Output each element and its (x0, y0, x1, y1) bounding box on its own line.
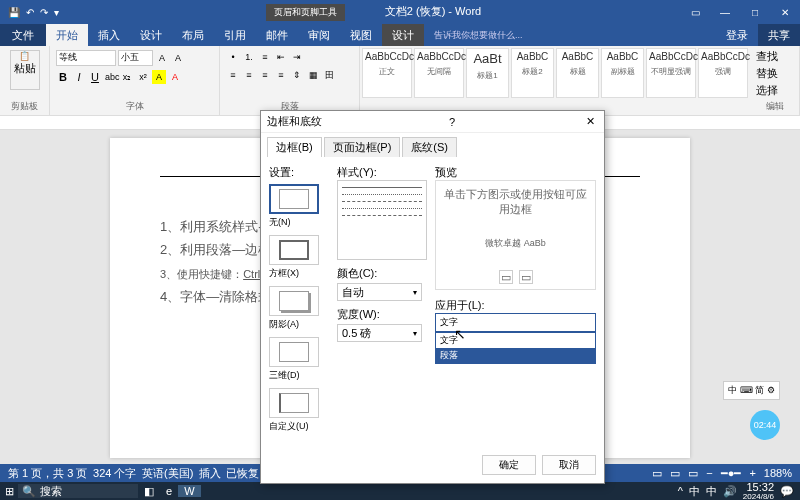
zoom-level[interactable]: 188% (764, 467, 792, 479)
justify-icon[interactable]: ≡ (274, 68, 288, 82)
close-icon[interactable]: ✕ (770, 7, 800, 18)
share-button[interactable]: 共享 (758, 24, 800, 46)
style-emphasis[interactable]: AaBbCcDc强调 (698, 48, 748, 98)
tab-border[interactable]: 边框(B) (267, 137, 322, 157)
tab-design-context[interactable]: 设计 (382, 24, 424, 46)
save-icon[interactable]: 💾 (8, 7, 20, 18)
tab-page-border[interactable]: 页面边框(P) (324, 137, 401, 157)
style-heading2[interactable]: AaBbC标题2 (511, 48, 554, 98)
borders-icon[interactable]: 田 (322, 68, 336, 82)
underline-icon[interactable]: U (88, 70, 102, 84)
start-button[interactable]: ⊞ (0, 485, 18, 498)
style-subtle-emphasis[interactable]: AaBbCcDc不明显强调 (646, 48, 696, 98)
multilevel-icon[interactable]: ≡ (258, 50, 272, 64)
indent-dec-icon[interactable]: ⇤ (274, 50, 288, 64)
ime-indicator[interactable]: 中 (689, 484, 700, 499)
border-bottom-icon[interactable]: ▭ (519, 270, 533, 284)
apply-to-combo[interactable]: 文字 (435, 313, 596, 332)
page-count[interactable]: 第 1 页，共 3 页 (8, 466, 87, 481)
tell-me-input[interactable]: 告诉我你想要做什么... (424, 24, 533, 46)
view-read-icon[interactable]: ▭ (652, 467, 662, 480)
cancel-button[interactable]: 取消 (542, 455, 596, 475)
ime-mode-icon[interactable]: 中 (706, 484, 717, 499)
ribbon-options-icon[interactable]: ▭ (680, 7, 710, 18)
style-title[interactable]: AaBbC标题 (556, 48, 599, 98)
setting-3d[interactable] (269, 337, 319, 367)
dialog-help-icon[interactable]: ? (449, 116, 455, 128)
indent-inc-icon[interactable]: ⇥ (290, 50, 304, 64)
login-button[interactable]: 登录 (716, 24, 758, 46)
tab-insert[interactable]: 插入 (88, 24, 130, 46)
tab-file[interactable]: 文件 (0, 24, 46, 46)
align-right-icon[interactable]: ≡ (258, 68, 272, 82)
subscript-icon[interactable]: x₂ (120, 70, 134, 84)
qat-more-icon[interactable]: ▾ (54, 7, 59, 18)
zoom-slider[interactable]: ━●━ (721, 467, 742, 480)
find-button[interactable]: 查找 (756, 48, 793, 65)
volume-icon[interactable]: 🔊 (723, 485, 737, 498)
line-spacing-icon[interactable]: ⇕ (290, 68, 304, 82)
strike-icon[interactable]: abc (104, 70, 118, 84)
clock-time[interactable]: 15:32 (743, 482, 774, 493)
minimize-icon[interactable]: — (710, 7, 740, 18)
setting-box[interactable] (269, 235, 319, 265)
replace-button[interactable]: 替换 (756, 65, 793, 82)
style-normal[interactable]: AaBbCcDc正文 (362, 48, 412, 98)
task-view-icon[interactable]: ◧ (138, 485, 160, 498)
style-nospacing[interactable]: AaBbCcDc无间隔 (414, 48, 464, 98)
maximize-icon[interactable]: □ (740, 7, 770, 18)
font-name-combo[interactable]: 等线 (56, 50, 116, 66)
font-size-combo[interactable]: 小五 (118, 50, 153, 66)
shrink-font-icon[interactable]: A (171, 51, 185, 65)
setting-none[interactable] (269, 184, 319, 214)
undo-icon[interactable]: ↶ (26, 7, 34, 18)
bullets-icon[interactable]: • (226, 50, 240, 64)
highlight-icon[interactable]: A (152, 70, 166, 84)
edge-icon[interactable]: e (160, 485, 178, 497)
tab-design[interactable]: 设计 (130, 24, 172, 46)
apply-option-paragraph[interactable]: 段落 (436, 348, 595, 363)
zoom-out-icon[interactable]: − (706, 467, 712, 479)
setting-shadow[interactable] (269, 286, 319, 316)
grow-font-icon[interactable]: A (155, 51, 169, 65)
style-heading1[interactable]: AaBt标题1 (466, 48, 509, 98)
select-button[interactable]: 选择 (756, 82, 793, 99)
setting-custom[interactable] (269, 388, 319, 418)
numbering-icon[interactable]: 1. (242, 50, 256, 64)
zoom-in-icon[interactable]: + (749, 467, 755, 479)
font-color-icon[interactable]: A (168, 70, 182, 84)
word-taskbar-icon[interactable]: W (178, 485, 200, 497)
apply-option-text[interactable]: 文字 (436, 333, 595, 348)
notifications-icon[interactable]: 💬 (780, 485, 794, 498)
tab-shading[interactable]: 底纹(S) (402, 137, 457, 157)
word-count[interactable]: 324 个字 (93, 466, 136, 481)
align-left-icon[interactable]: ≡ (226, 68, 240, 82)
ime-floating-bar[interactable]: 中 ⌨ 简 ⚙ (723, 381, 780, 400)
superscript-icon[interactable]: x² (136, 70, 150, 84)
color-combo[interactable]: 自动▾ (337, 283, 422, 301)
tab-view[interactable]: 视图 (340, 24, 382, 46)
style-subtitle[interactable]: AaBbC副标题 (601, 48, 644, 98)
ok-button[interactable]: 确定 (482, 455, 536, 475)
border-top-icon[interactable]: ▭ (499, 270, 513, 284)
redo-icon[interactable]: ↷ (40, 7, 48, 18)
tab-references[interactable]: 引用 (214, 24, 256, 46)
width-combo[interactable]: 0.5 磅▾ (337, 324, 422, 342)
shading-icon[interactable]: ▦ (306, 68, 320, 82)
language[interactable]: 英语(美国) (142, 466, 193, 481)
taskbar-search[interactable]: 🔍 搜索 (18, 484, 138, 498)
style-listbox[interactable] (337, 180, 427, 260)
bold-icon[interactable]: B (56, 70, 70, 84)
tab-review[interactable]: 审阅 (298, 24, 340, 46)
tab-home[interactable]: 开始 (46, 24, 88, 46)
tab-layout[interactable]: 布局 (172, 24, 214, 46)
paste-button[interactable]: 📋粘贴 (10, 50, 40, 90)
insert-mode[interactable]: 插入 (199, 466, 221, 481)
italic-icon[interactable]: I (72, 70, 86, 84)
clock-date[interactable]: 2024/8/6 (743, 493, 774, 501)
tray-up-icon[interactable]: ^ (678, 485, 683, 497)
align-center-icon[interactable]: ≡ (242, 68, 256, 82)
dialog-close-icon[interactable]: ✕ (582, 115, 598, 128)
view-print-icon[interactable]: ▭ (670, 467, 680, 480)
view-web-icon[interactable]: ▭ (688, 467, 698, 480)
